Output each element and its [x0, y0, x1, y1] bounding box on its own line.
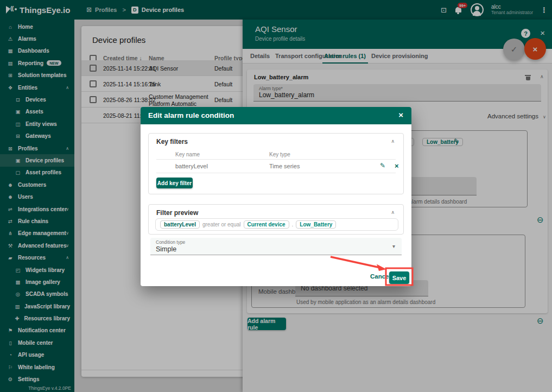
condition-type-select[interactable]: Condition type Simple ▾ — [150, 238, 402, 255]
dropdown-caret-icon: ▾ — [392, 243, 395, 249]
condition-type-label: Condition type — [156, 239, 185, 245]
collapse-filter-preview-icon[interactable]: ∧ — [391, 210, 395, 215]
key-filters-section: Key filters ∧ Key name Key type batteryL… — [148, 133, 404, 194]
dialog-header: Edit alarm rule condition × — [141, 107, 411, 124]
add-key-filter-button[interactable]: Add key filter — [156, 178, 193, 188]
save-button[interactable]: Save — [389, 271, 409, 284]
filter-preview-expression: batteryLevel greater or equal Current de… — [155, 218, 398, 231]
filter-key-chip[interactable]: batteryLevel — [160, 220, 200, 229]
dialog-title: Edit alarm rule condition — [148, 111, 234, 119]
divider — [156, 173, 396, 173]
edit-key-filter-icon[interactable]: ✎ — [380, 162, 385, 169]
dialog-close-icon[interactable]: × — [398, 110, 403, 119]
filter-entity-chip[interactable]: Current device — [244, 220, 289, 229]
condition-type-value: Simple — [156, 245, 176, 253]
app-window: ThingsEye.io ⊠ Profiles > D Device profi… — [0, 0, 552, 392]
divider — [156, 159, 396, 160]
key-filters-title: Key filters — [156, 138, 188, 146]
key-filter-name: batteryLevel — [175, 163, 208, 169]
cancel-button[interactable]: Cancel — [370, 273, 391, 280]
filter-operation: greater or equal — [202, 222, 241, 227]
collapse-key-filters-icon[interactable]: ∧ — [391, 138, 395, 144]
filter-preview-section: Filter preview ∧ batteryLevel greater or… — [148, 204, 404, 235]
delete-key-filter-icon[interactable]: × — [395, 162, 399, 170]
filter-value-chip[interactable]: Low_Battery — [296, 220, 336, 229]
key-type-column: Key type — [269, 151, 290, 157]
key-filter-type: Time series — [269, 163, 300, 169]
key-name-column: Key name — [175, 151, 200, 157]
edit-alarm-rule-condition-dialog: Edit alarm rule condition × Key filters … — [141, 107, 411, 286]
filter-preview-title: Filter preview — [156, 209, 198, 217]
filter-separator: . — [292, 222, 294, 227]
